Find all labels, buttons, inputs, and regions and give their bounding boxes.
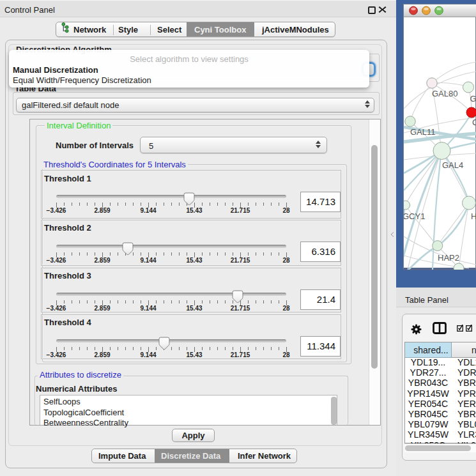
svg-text:GAL3: GAL3 xyxy=(470,94,476,104)
svg-text:C: C xyxy=(472,118,476,127)
svg-text:GAL80: GAL80 xyxy=(432,89,457,98)
svg-text:HIS4: HIS4 xyxy=(471,211,476,221)
svg-text:HAP2: HAP2 xyxy=(438,253,459,263)
svg-text:GAL4: GAL4 xyxy=(442,160,463,170)
svg-text:GAL11: GAL11 xyxy=(410,127,436,137)
svg-text:GCY1: GCY1 xyxy=(404,211,425,221)
